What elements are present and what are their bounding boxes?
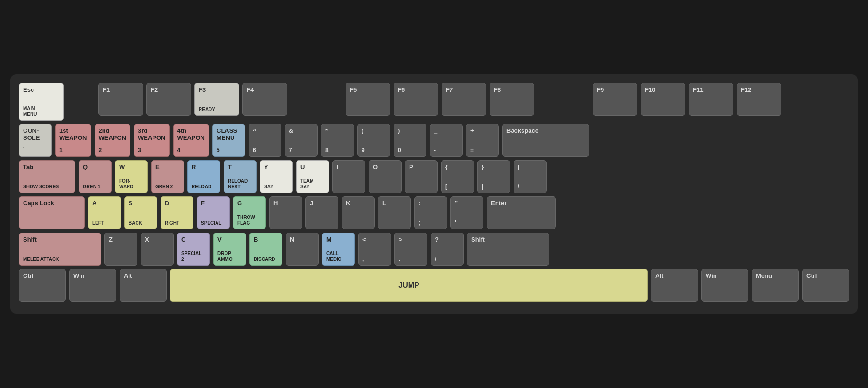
key-y[interactable]: Y SAY — [260, 160, 293, 193]
key-0[interactable]: ) 0 — [394, 124, 426, 157]
key-win-right[interactable]: Win — [701, 269, 748, 302]
key-tab[interactable]: Tab SHOW SCORES — [19, 160, 75, 193]
key-capslock[interactable]: Caps Lock — [19, 196, 85, 229]
key-m[interactable]: M CALLMEDIC — [322, 233, 355, 266]
key-4[interactable]: 4thWEAPON 4 — [173, 124, 209, 157]
key-u[interactable]: U TEAMSAY — [296, 160, 329, 193]
key-l[interactable]: L — [378, 196, 411, 229]
key-alt-left[interactable]: Alt — [120, 269, 167, 302]
key-x[interactable]: X — [141, 233, 174, 266]
key-e[interactable]: E GREN 2 — [151, 160, 184, 193]
key-semicolon[interactable]: : ; — [414, 196, 447, 229]
key-z[interactable]: Z — [104, 233, 137, 266]
key-w[interactable]: W FOR-WARD — [115, 160, 148, 193]
key-o[interactable]: O — [369, 160, 402, 193]
key-open-bracket[interactable]: { [ — [441, 160, 474, 193]
key-f9[interactable]: F9 — [593, 83, 637, 116]
key-equals[interactable]: + = — [466, 124, 499, 157]
qwerty-row: Tab SHOW SCORES Q GREN 1 W FOR-WARD E GR… — [19, 160, 849, 193]
key-3[interactable]: 3rdWEAPON 3 — [134, 124, 170, 157]
key-win-left[interactable]: Win — [69, 269, 116, 302]
key-f6[interactable]: F6 — [394, 83, 438, 116]
key-minus[interactable]: _ - — [430, 124, 463, 157]
key-enter[interactable]: Enter — [487, 196, 556, 229]
key-a[interactable]: A LEFT — [88, 196, 121, 229]
key-p[interactable]: P — [405, 160, 438, 193]
key-r[interactable]: R RELOAD — [187, 160, 220, 193]
key-f3[interactable]: F3 READY — [194, 83, 239, 116]
key-ctrl-left[interactable]: Ctrl — [19, 269, 66, 302]
key-f10[interactable]: F10 — [641, 83, 685, 116]
asdf-row: Caps Lock A LEFT S BACK D RIGHT F SPECIA… — [19, 196, 849, 229]
key-f2[interactable]: F2 — [146, 83, 191, 116]
key-ctrl-right[interactable]: Ctrl — [802, 269, 849, 302]
key-k[interactable]: K — [342, 196, 375, 229]
key-q[interactable]: Q GREN 1 — [79, 160, 112, 193]
key-f12[interactable]: F12 — [737, 83, 781, 116]
key-esc[interactable]: Esc MAINMENU — [19, 83, 64, 121]
zxcv-row: Shift MELEE ATTACK Z X C SPECIAL2 V DROP… — [19, 233, 849, 266]
key-8[interactable]: * 8 — [321, 124, 354, 157]
key-close-bracket[interactable]: } ] — [477, 160, 510, 193]
key-f7[interactable]: F7 — [442, 83, 486, 116]
key-v[interactable]: V DROPAMMO — [213, 233, 246, 266]
key-b[interactable]: B DISCARD — [249, 233, 282, 266]
key-d[interactable]: D RIGHT — [161, 196, 193, 229]
key-space[interactable]: JUMP — [170, 269, 648, 302]
key-backspace[interactable]: Backspace — [502, 124, 589, 157]
number-row: CON-SOLE ` 1stWEAPON 1 2ndWEAPON 2 3rdWE… — [19, 124, 849, 157]
key-shift-left[interactable]: Shift MELEE ATTACK — [19, 233, 101, 266]
key-menu[interactable]: Menu — [752, 269, 799, 302]
key-alt-right[interactable]: Alt — [651, 269, 698, 302]
key-s[interactable]: S BACK — [124, 196, 157, 229]
key-h[interactable]: H — [269, 196, 302, 229]
key-slash[interactable]: ? / — [431, 233, 464, 266]
key-f1[interactable]: F1 — [98, 83, 143, 116]
fn-row: Esc MAINMENU F1 F2 F3 READY F4 F5 F6 F7 … — [19, 83, 849, 121]
key-f8[interactable]: F8 — [490, 83, 534, 116]
key-quote[interactable]: " ' — [450, 196, 483, 229]
key-backslash[interactable]: | \ — [514, 160, 547, 193]
key-comma[interactable]: < , — [358, 233, 391, 266]
key-6[interactable]: ^ 6 — [249, 124, 281, 157]
key-j[interactable]: J — [305, 196, 338, 229]
key-g[interactable]: G THROWFLAG — [233, 196, 266, 229]
key-2[interactable]: 2ndWEAPON 2 — [95, 124, 131, 157]
key-i[interactable]: I — [332, 160, 365, 193]
key-n[interactable]: N — [286, 233, 319, 266]
key-f11[interactable]: F11 — [689, 83, 733, 116]
key-9[interactable]: ( 9 — [357, 124, 390, 157]
key-t[interactable]: T RELOADNEXT — [224, 160, 257, 193]
key-f5[interactable]: F5 — [346, 83, 390, 116]
key-f[interactable]: F SPECIAL — [197, 196, 230, 229]
key-c[interactable]: C SPECIAL2 — [177, 233, 210, 266]
key-shift-right[interactable]: Shift — [467, 233, 549, 266]
key-7[interactable]: & 7 — [285, 124, 318, 157]
key-backtick[interactable]: CON-SOLE ` — [19, 124, 52, 157]
key-period[interactable]: > . — [394, 233, 427, 266]
key-5[interactable]: CLASSMENU 5 — [212, 124, 245, 157]
keyboard: Esc MAINMENU F1 F2 F3 READY F4 F5 F6 F7 … — [10, 74, 858, 314]
bottom-row: Ctrl Win Alt JUMP Alt Win Menu Ctrl — [19, 269, 849, 302]
key-f4[interactable]: F4 — [242, 83, 287, 116]
key-1[interactable]: 1stWEAPON 1 — [55, 124, 91, 157]
